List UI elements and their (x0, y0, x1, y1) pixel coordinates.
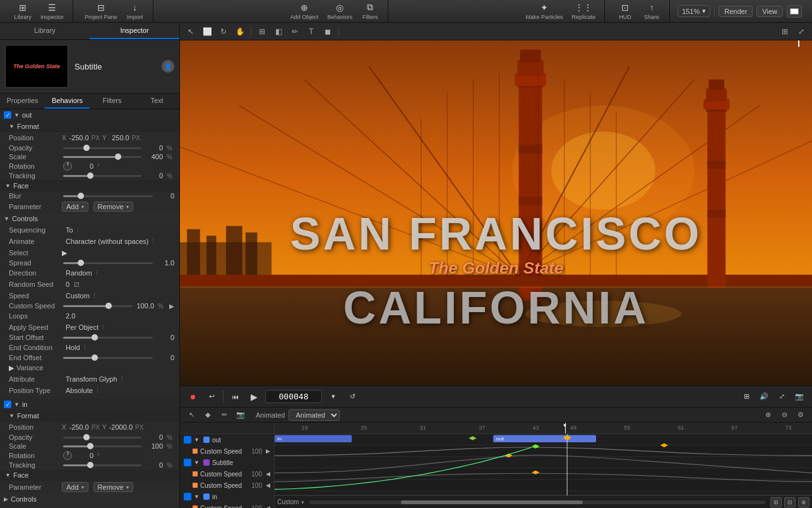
face-section-header[interactable]: ▼ Face (0, 180, 179, 191)
controls-section-header[interactable]: ▼ Controls (0, 213, 179, 224)
tl-end-btn3[interactable]: ⊕ (798, 497, 809, 507)
spread-value[interactable]: 1.0 (157, 259, 174, 267)
remove-dropdown[interactable]: Remove ▾ (93, 202, 133, 212)
loop-button[interactable]: ↩ (204, 389, 219, 404)
tl-end-btn2[interactable]: ⊟ (784, 497, 796, 507)
direction-value[interactable]: Random ⋮ (66, 269, 100, 277)
custom-speed-slider[interactable] (63, 305, 133, 307)
timecode-dropdown[interactable]: ▾ (326, 389, 341, 404)
library-button[interactable]: ⊞ Library (10, 1, 35, 21)
track-label-out[interactable]: ▼ out (180, 434, 274, 445)
track-label-custom-speed-1[interactable]: Custom Speed 100 ▶ (180, 445, 274, 457)
scale-slider[interactable] (63, 156, 141, 158)
speed-value[interactable]: Custom ⋮ (66, 292, 97, 299)
in-section-header[interactable]: ✓ ▼ in (0, 399, 179, 410)
tab-properties[interactable]: Properties (0, 94, 45, 109)
custom-speed-arrow[interactable]: ▶ (169, 303, 174, 310)
out-section-header[interactable]: ✓ ▼ out (0, 109, 179, 121)
behaviors-button[interactable]: ◎ Behaviors (323, 1, 356, 21)
tl-zoom-out[interactable]: ⊖ (778, 409, 791, 421)
animate-value[interactable]: Character (without spaces) ⋮ (66, 238, 156, 245)
play-button[interactable]: ▶ (246, 389, 261, 404)
in-scale-slider[interactable] (63, 445, 141, 447)
full-screen-btn[interactable]: ⤢ (794, 25, 808, 38)
tab-inspector[interactable]: Inspector (90, 23, 179, 39)
audio-btn[interactable]: ⊞ (739, 389, 754, 404)
in-format-header[interactable]: ▼ Format (0, 410, 179, 421)
tab-text[interactable]: Text (134, 94, 179, 109)
end-condition-value[interactable]: Hold ⋮ (66, 344, 88, 351)
hud-button[interactable]: ⊡ HUD (612, 1, 638, 21)
filters-button[interactable]: ⧉ Filters (357, 1, 383, 21)
end-offset-slider[interactable] (63, 357, 153, 359)
y-value[interactable]: 250.0 (109, 134, 129, 142)
timeline-scrollbar-track[interactable] (309, 500, 765, 504)
in-opacity-slider[interactable] (63, 437, 141, 438)
track-label-custom-speed-2[interactable]: Custom Speed 100 ◀ (180, 468, 274, 480)
video-tool-meter[interactable]: ◧ (272, 25, 285, 38)
format-section-header[interactable]: ▼ Format (0, 121, 179, 132)
video-tool-select[interactable]: ⬜ (200, 25, 214, 38)
track-label-subtitle-1[interactable]: ▼ Subtitle (180, 457, 274, 468)
in-face-header[interactable]: ▼ Face (0, 469, 179, 481)
custom-dropdown[interactable]: ▾ (301, 499, 304, 505)
video-tool-pointer[interactable]: ↖ (184, 25, 198, 38)
tl-settings[interactable]: ⚙ (794, 409, 807, 421)
sequencing-value[interactable]: To ⋮ (66, 226, 81, 234)
track-cb-out[interactable] (184, 436, 191, 444)
in-tracking-slider[interactable] (63, 464, 141, 466)
opacity-value[interactable]: 0 (145, 144, 163, 152)
position-type-value[interactable]: Absolute ⋮ (66, 387, 100, 394)
loops-value[interactable]: 2.0 (66, 312, 75, 320)
scale-value[interactable]: 400 (145, 153, 163, 160)
in-controls-header[interactable]: ▶ Controls (0, 493, 179, 505)
cs4-arrow[interactable]: ◀ (266, 505, 270, 508)
rotation-value[interactable]: 0 (76, 162, 93, 170)
tl-keyframe-tool[interactable]: ◆ (201, 409, 214, 421)
mute-btn[interactable]: 🔊 (756, 389, 772, 404)
video-tool-text[interactable]: T (304, 25, 318, 38)
animated-select[interactable]: Animated All (289, 409, 340, 421)
in-checkbox[interactable]: ✓ (4, 401, 11, 408)
tl-end-btn1[interactable]: ⊞ (770, 497, 782, 507)
custom-speed-value[interactable]: 100.0 (136, 302, 154, 310)
refresh-button[interactable]: ↺ (345, 389, 360, 404)
make-particles-button[interactable]: ✦ Make Particles (522, 1, 567, 21)
out-checkbox[interactable]: ✓ (4, 111, 11, 119)
safe-zones-btn[interactable]: ⊞ (778, 25, 792, 38)
pb-camera[interactable]: 📷 (792, 389, 807, 404)
tab-library[interactable]: Library (0, 23, 90, 39)
cs3-arrow[interactable]: ◀ (266, 482, 270, 488)
tracking-value[interactable]: 0 (145, 172, 163, 179)
random-seed-value[interactable]: 0 ⚂ (66, 281, 80, 288)
track-cb-in[interactable] (184, 493, 191, 500)
video-tool-rotate[interactable]: ↻ (217, 25, 230, 38)
replicate-button[interactable]: ⋮⋮ Replicate (568, 1, 600, 21)
track-label-custom-speed-3[interactable]: Custom Speed 100 ◀ (180, 480, 274, 491)
blur-value[interactable]: 0 (157, 192, 174, 200)
cs2-arrow[interactable]: ◀ (266, 471, 270, 477)
share-button[interactable]: ↑ Share (639, 1, 664, 21)
in-y-value[interactable]: -2000.0 (109, 423, 133, 431)
record-button[interactable]: ⏺ (185, 389, 200, 404)
tab-behaviors[interactable]: Behaviors (45, 94, 90, 109)
in-rotation-value[interactable]: 0 (76, 452, 93, 459)
timecode[interactable]: 000048 (265, 390, 322, 403)
x-value[interactable]: -250.0 (69, 134, 89, 142)
track-label-in[interactable]: ▼ in (180, 491, 274, 502)
opacity-slider[interactable] (63, 147, 141, 149)
tracking-slider[interactable] (63, 175, 141, 177)
timeline-scrollbar-thumb[interactable] (401, 500, 583, 504)
tl-camera-tool[interactable]: 📷 (234, 409, 247, 421)
rotation-dial[interactable] (63, 162, 72, 171)
pb-fullscreen[interactable]: ⤢ (774, 389, 789, 404)
in-opacity-value[interactable]: 0 (145, 433, 163, 441)
video-tool-pen[interactable]: ✏ (288, 25, 302, 38)
tab-filters[interactable]: Filters (90, 94, 134, 109)
color-swatch[interactable] (787, 5, 802, 18)
tl-zoom-in[interactable]: ⊕ (761, 409, 774, 421)
project-pane-button[interactable]: ⊟ Project Pane (81, 1, 121, 21)
inspector-content[interactable]: ✓ ▼ out ▼ Format Position X -250.0 PX Y … (0, 109, 179, 508)
video-tool-hand[interactable]: ✋ (233, 25, 247, 38)
video-tool-rect[interactable]: ⊞ (255, 25, 269, 38)
